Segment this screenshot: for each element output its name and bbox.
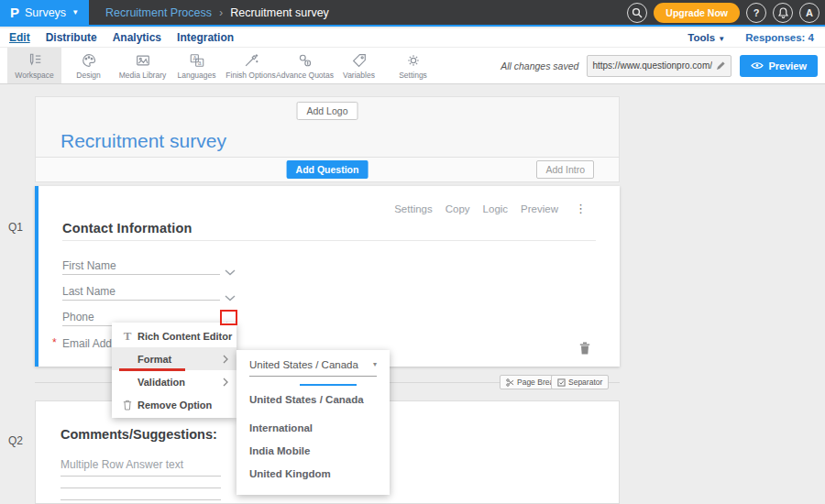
toolbar-item-finish-options[interactable]: Finish Options [224, 48, 278, 83]
toolbar-label: Finish Options [226, 71, 275, 80]
question-copy-link[interactable]: Copy [446, 203, 470, 214]
survey-url-value: https://www.questionpro.com/t/APNrFZ [592, 60, 712, 71]
chevron-down-icon: ▼ [718, 35, 725, 43]
format-option-international[interactable]: International [249, 422, 313, 433]
trash-icon [579, 342, 590, 355]
separator-button[interactable]: Separator [551, 375, 609, 389]
editor-toolbar: Workspace Design Media Library Aa Langua… [0, 48, 825, 84]
survey-title[interactable]: Recruitment survey [60, 130, 226, 152]
toolbar-label: Advance Quotas [276, 71, 334, 80]
question-number-q1: Q1 [8, 221, 23, 234]
add-question-button[interactable]: Add Question [287, 160, 368, 179]
nav-right: Tools ▼ Responses: 4 [688, 32, 818, 43]
toolbar-item-variables[interactable]: Variables [332, 48, 386, 83]
select-focus-indicator [300, 384, 357, 386]
format-option-united-kingdom[interactable]: United Kingdom [249, 468, 331, 479]
add-question-bar: Add Question Add Intro [35, 158, 620, 182]
edit-pencil-icon[interactable] [716, 60, 726, 71]
field-label: Phone [62, 311, 94, 323]
notifications-button[interactable] [773, 3, 793, 23]
heading-divider [62, 240, 596, 241]
search-button[interactable] [627, 3, 647, 23]
questionpro-survey-editor: P Surveys ▼ Recruitment Process › Recrui… [0, 0, 825, 504]
search-icon [632, 7, 643, 18]
format-selected-value: United States / Canada [249, 359, 358, 370]
submenu-chevron-right-icon [223, 374, 228, 390]
upgrade-now-button[interactable]: Upgrade Now [654, 3, 740, 23]
svg-text:a: a [198, 59, 202, 65]
menu-item-remove-option[interactable]: Remove Option [112, 393, 236, 416]
multirow-answer-placeholder[interactable]: Multiple Row Answer text [60, 458, 183, 471]
field-dropdown-chevron-icon[interactable] [225, 263, 236, 279]
svg-text:A: A [192, 55, 197, 61]
workspace-icon [27, 52, 43, 69]
format-select[interactable]: United States / Canada ▾ [249, 359, 377, 377]
quota-links-icon [297, 52, 314, 69]
help-button[interactable]: ? [746, 3, 766, 23]
field-label: Last Name [62, 285, 116, 298]
question-settings-link[interactable]: Settings [394, 203, 433, 214]
toolbar-item-media-library[interactable]: Media Library [116, 48, 170, 83]
breadcrumb: Recruitment Process › Recruitment survey [105, 6, 329, 19]
question-number-q2: Q2 [8, 434, 23, 447]
toolbar-item-languages[interactable]: Aa Languages [170, 48, 224, 83]
menu-item-rich-content-editor[interactable]: T Rich Content Editor [112, 324, 236, 347]
breadcrumb-folder-link[interactable]: Recruitment Process [105, 6, 212, 19]
question-actions: Settings Copy Logic Preview ⋮ [394, 202, 587, 215]
menu-item-validation[interactable]: Validation [112, 370, 236, 393]
editor-main: Q1 Q2 Add Logo Recruitment survey Add Qu… [0, 84, 825, 504]
answer-line [60, 488, 221, 488]
toolbar-label: Languages [177, 71, 215, 80]
breadcrumb-separator-icon: › [219, 6, 223, 19]
field-label: First Name [62, 259, 116, 272]
tab-integration[interactable]: Integration [177, 31, 234, 44]
field-row-first-name[interactable]: First Name [62, 257, 220, 275]
separator-icon [557, 378, 566, 387]
question-heading[interactable]: Contact Information [62, 221, 192, 236]
bell-icon [778, 7, 788, 18]
image-icon [135, 52, 151, 69]
surveys-menu[interactable]: P Surveys ▼ [0, 0, 89, 26]
question-preview-link[interactable]: Preview [521, 203, 558, 214]
chevron-down-icon: ▼ [72, 9, 79, 16]
tab-edit[interactable]: Edit [9, 31, 30, 44]
menu-item-format[interactable]: Format [112, 347, 236, 370]
toolbar-item-advance-quotas[interactable]: Advance Quotas [278, 48, 332, 83]
tab-analytics[interactable]: Analytics [113, 31, 161, 44]
more-options-icon[interactable]: ⋮ [575, 202, 587, 215]
eye-icon [751, 61, 764, 70]
required-asterisk: * [52, 336, 57, 349]
account-avatar[interactable]: A [799, 3, 820, 23]
magic-wand-icon [243, 52, 259, 69]
toolbar-item-workspace[interactable]: Workspace [7, 48, 61, 83]
answer-line [60, 476, 221, 477]
add-intro-button[interactable]: Add Intro [536, 160, 594, 179]
question-logic-link[interactable]: Logic [483, 203, 509, 214]
toolbar-label: Settings [399, 71, 427, 80]
tab-distribute[interactable]: Distribute [46, 31, 97, 44]
delete-question-button[interactable] [579, 342, 590, 358]
tools-dropdown[interactable]: Tools ▼ [688, 32, 725, 43]
toolbar-item-design[interactable]: Design [61, 48, 116, 83]
field-dropdown-chevron-icon[interactable] [225, 289, 236, 305]
format-option-us-canada[interactable]: United States / Canada [249, 394, 364, 405]
avatar-initial: A [806, 7, 813, 18]
toolbar-item-settings[interactable]: Settings [386, 48, 440, 83]
toolbar-label: Workspace [15, 71, 53, 80]
tag-icon [351, 52, 368, 69]
preview-button[interactable]: Preview [740, 55, 818, 77]
survey-header-block: Add Logo Recruitment survey [35, 96, 620, 158]
survey-url-field[interactable]: https://www.questionpro.com/t/APNrFZ [587, 55, 732, 77]
topbar-actions: Upgrade Now ? A [627, 3, 825, 23]
palette-icon [81, 52, 97, 69]
add-logo-button[interactable]: Add Logo [297, 102, 358, 120]
phone-format-submenu: United States / Canada ▾ United States /… [236, 350, 390, 495]
field-row-last-name[interactable]: Last Name [62, 282, 220, 301]
question-heading[interactable]: Comments/Suggestions: [60, 427, 217, 442]
page-break-icon [506, 378, 514, 387]
translate-icon: Aa [189, 52, 205, 69]
format-option-india-mobile[interactable]: India Mobile [249, 445, 310, 456]
section-nav: Edit Distribute Analytics Integration To… [0, 28, 825, 48]
responses-link[interactable]: Responses: 4 [745, 32, 814, 43]
submenu-chevron-right-icon [223, 351, 228, 367]
